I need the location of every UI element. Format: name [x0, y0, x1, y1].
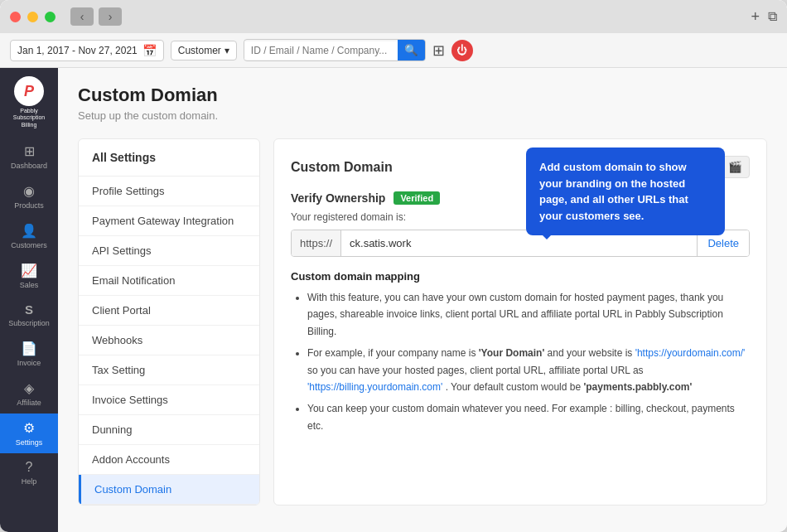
billing-url-example: 'https://billing.yourdomain.com': [307, 381, 442, 393]
window-control-button[interactable]: ⧉: [768, 9, 777, 24]
menu-item-email[interactable]: Email Notification: [79, 266, 259, 296]
default-domain-example: 'payments.pabbly.com': [583, 381, 692, 393]
products-icon: ◉: [23, 183, 35, 199]
settings-icon: ⚙: [23, 420, 35, 436]
customer-dropdown[interactable]: Customer ▾: [171, 41, 237, 60]
sidebar-label-subscription: Subscription: [8, 319, 50, 327]
customer-label: Customer: [178, 45, 221, 56]
chevron-down-icon: ▾: [225, 45, 229, 56]
tooltip-text: Add custom domain to show your branding …: [539, 161, 688, 222]
sidebar-item-invoice[interactable]: 📄 Invoice: [0, 334, 58, 374]
date-range-picker[interactable]: Jan 1, 2017 - Nov 27, 2021 📅: [10, 40, 164, 61]
panel-title: Custom Domain: [291, 160, 393, 175]
sidebar-item-sales[interactable]: 📈 Sales: [0, 256, 58, 296]
sidebar-label-affiliate: Affiliate: [17, 399, 41, 407]
sidebar-item-settings[interactable]: ⚙ Settings: [0, 414, 58, 453]
page-subtitle: Setup up the custom domain.: [78, 109, 767, 122]
title-bar: ‹ › + ⧉: [0, 0, 787, 33]
menu-item-portal[interactable]: Client Portal: [79, 296, 259, 326]
dashboard-icon: ⊞: [24, 143, 35, 159]
sidebar-label-dashboard: Dashboard: [11, 162, 47, 170]
search-input[interactable]: [244, 41, 398, 60]
logo-circle: P: [14, 76, 44, 106]
close-button[interactable]: [10, 12, 21, 22]
verify-label: Verify Ownership: [291, 191, 385, 205]
menu-item-invoice[interactable]: Invoice Settings: [79, 385, 259, 415]
settings-menu: All Settings Profile Settings Payment Ga…: [78, 138, 260, 505]
subscription-icon: S: [25, 302, 33, 317]
sidebar-label-settings: Settings: [16, 438, 43, 447]
menu-item-addon[interactable]: Addon Accounts: [79, 445, 259, 475]
main-layout: P PabblySubscriptionBilling ⊞ Dashboard …: [0, 68, 787, 532]
sidebar-item-dashboard[interactable]: ⊞ Dashboard: [0, 137, 58, 177]
search-button[interactable]: 🔍: [398, 40, 425, 60]
page-title: Custom Domian: [78, 85, 767, 106]
menu-item-custom-domain[interactable]: Custom Domain: [79, 475, 259, 505]
content-area: Custom Domian Setup up the custom domain…: [58, 68, 787, 532]
verified-badge: Verified: [394, 191, 440, 205]
tooltip-bubble: Add custom domain to show your branding …: [526, 148, 725, 235]
sidebar-item-affiliate[interactable]: ◈ Affiliate: [0, 374, 58, 414]
browser-window: ‹ › + ⧉ Jan 1, 2017 - Nov 27, 2021 📅 Cus…: [0, 0, 787, 532]
new-tab-button[interactable]: +: [751, 8, 760, 26]
maximize-button[interactable]: [45, 12, 56, 22]
logo-letter: P: [24, 83, 34, 100]
mapping-title: Custom domain mapping: [291, 270, 750, 283]
affiliate-icon: ◈: [24, 380, 34, 396]
search-bar: 🔍: [244, 39, 426, 61]
logo-text: PabblySubscriptionBilling: [13, 108, 46, 128]
sidebar-label-products: Products: [14, 201, 44, 210]
sidebar: P PabblySubscriptionBilling ⊞ Dashboard …: [0, 68, 58, 532]
customers-icon: 👤: [21, 223, 37, 239]
power-button[interactable]: ⏻: [451, 40, 473, 61]
settings-menu-title: All Settings: [79, 139, 259, 177]
help-icon: ?: [26, 460, 33, 475]
domain-example-url: 'https://yourdomain.com/': [635, 347, 746, 359]
mapping-item-3: You can keep your custom domain whatever…: [307, 400, 750, 434]
sidebar-label-help: Help: [22, 477, 37, 486]
sidebar-label-customers: Customers: [11, 241, 47, 249]
back-button[interactable]: ‹: [70, 7, 94, 26]
sidebar-label-sales: Sales: [20, 281, 39, 289]
settings-layout: All Settings Profile Settings Payment Ga…: [78, 138, 767, 505]
menu-item-dunning[interactable]: Dunning: [79, 415, 259, 445]
sales-icon: 📈: [21, 263, 37, 278]
date-range-text: Jan 1, 2017 - Nov 27, 2021: [17, 45, 138, 56]
sidebar-item-help[interactable]: ? Help: [0, 453, 58, 492]
sidebar-label-invoice: Invoice: [17, 359, 41, 367]
mapping-item-1: With this feature, you can have your own…: [307, 289, 750, 340]
domain-example-name: 'Your Domain': [479, 347, 545, 359]
mapping-list: With this feature, you can have your own…: [291, 289, 750, 434]
menu-item-tax[interactable]: Tax Setting: [79, 355, 259, 385]
logo: P PabblySubscriptionBilling: [13, 76, 46, 128]
sidebar-item-products[interactable]: ◉ Products: [0, 177, 58, 216]
sidebar-item-subscription[interactable]: S Subscription: [0, 296, 58, 334]
browser-bar: Jan 1, 2017 - Nov 27, 2021 📅 Customer ▾ …: [0, 33, 787, 68]
invoice-icon: 📄: [21, 341, 37, 356]
menu-item-webhooks[interactable]: Webhooks: [79, 326, 259, 355]
settings-panel: Add custom domain to show your branding …: [273, 138, 767, 505]
menu-item-payment[interactable]: Payment Gateway Integration: [79, 206, 259, 236]
mapping-item-2: For example, if your company name is 'Yo…: [307, 345, 750, 395]
video-icon-button[interactable]: 🎬: [721, 156, 750, 178]
domain-prefix: https://: [292, 230, 341, 256]
forward-button[interactable]: ›: [99, 7, 122, 26]
minimize-button[interactable]: [27, 12, 38, 22]
menu-item-api[interactable]: API Settings: [79, 236, 259, 266]
menu-item-profile[interactable]: Profile Settings: [79, 177, 259, 206]
sidebar-item-customers[interactable]: 👤 Customers: [0, 216, 58, 256]
calendar-icon: 📅: [142, 44, 157, 57]
grid-icon[interactable]: ⊞: [432, 41, 445, 60]
